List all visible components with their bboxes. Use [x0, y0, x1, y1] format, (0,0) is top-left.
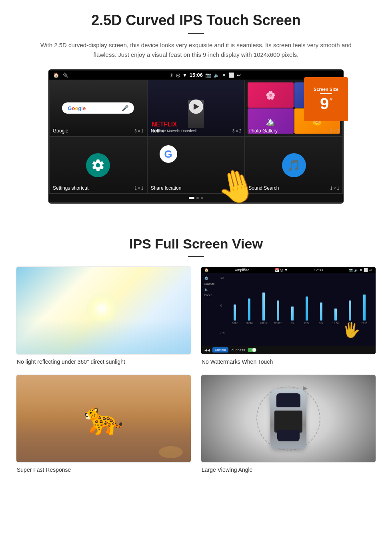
sound-icon-circle: 🎵 — [282, 153, 306, 177]
camera-icon: 📷 — [205, 72, 211, 78]
amp-equalizer: 60hz 100hz 200hz 500hz 1k 2.5k 10k 12.5k… — [227, 277, 372, 325]
dot-1 — [189, 197, 194, 199]
car-top-view — [270, 389, 306, 449]
feature-grid: No light reflecting under 360° direct su… — [16, 266, 376, 473]
feature-fast-response: 🐆 Super Fast Response — [16, 375, 191, 473]
google-label: Google 3 × 1 — [50, 126, 147, 136]
sunlight-image — [16, 267, 191, 354]
section1-title: 2.5D Curved IPS Touch Screen — [16, 12, 376, 29]
feature-viewing-angle: ▶ Large Viewing Angle — [201, 375, 376, 473]
cheetah-image: 🐆 — [16, 375, 191, 462]
section1-title-underline — [188, 33, 204, 34]
amp-right-icons: 📷 🔈 ✕ ⬜ ↩ — [349, 268, 372, 272]
app-settings[interactable]: Settings shortcut 1 × 1 — [49, 137, 147, 194]
amp-body: ⚙️ Balance 🔈 Fader 10 0 -10 — [201, 273, 376, 346]
x-icon: ✕ — [222, 72, 226, 78]
home-icon: 🏠 — [53, 72, 59, 78]
gallery-thumb-1: 🌸 — [248, 82, 293, 108]
location-icon: ◎ — [176, 72, 180, 78]
section-ips: IPS Full Screen View No light reflecting… — [0, 228, 392, 485]
amp-title: Amplifier — [235, 268, 249, 272]
mic-icon: 🎤 — [122, 105, 128, 111]
badge-title: Screen Size — [314, 87, 338, 92]
feature-sunlight: No light reflecting under 360° direct su… — [16, 266, 191, 365]
window-icon: ⬜ — [228, 72, 234, 78]
amp-home-icon: 🏠 — [204, 268, 209, 272]
section-divider — [16, 220, 376, 220]
status-time: 15:06 — [190, 72, 203, 78]
amp-time: 17:33 — [314, 268, 323, 272]
amp-back-btn: ◀◀ — [204, 348, 210, 352]
amp-sidebar: ⚙️ Balance 🔈 Fader — [204, 277, 220, 343]
badge-unit: " — [329, 97, 332, 106]
car-image: ▶ — [201, 375, 376, 462]
google-search-box[interactable]: Google 🎤 — [62, 102, 134, 114]
custom-badge: Custom — [212, 347, 228, 353]
settings-icon-circle — [86, 153, 110, 177]
car-rear-window — [277, 430, 300, 441]
amp-footer: ◀◀ Custom loudness — [201, 346, 376, 354]
loudness-toggle[interactable] — [248, 348, 256, 352]
dot-2 — [196, 197, 199, 199]
feature-watermark: 🏠 Amplifier 📅 ◎ ▼ 17:33 📷 🔈 ✕ ⬜ ↩ ⚙️ Bal… — [201, 266, 376, 365]
loudness-label: loudness — [231, 348, 245, 352]
gallery-label: Photo Gallery 2 × 2 — [245, 126, 342, 136]
usb-icon: 🔌 — [62, 72, 68, 78]
sound-label: Sound Search 1 × 1 — [245, 184, 342, 193]
sunlight-image-box — [16, 266, 191, 355]
watermark-caption: No Watermarks When Touch — [201, 359, 376, 365]
cheetah-icon: 🐆 — [84, 400, 124, 437]
sunlight-overlay — [16, 319, 191, 354]
section2-title-underline — [188, 256, 204, 257]
google-logo: Google — [68, 105, 86, 111]
viewing-angle-caption: Large Viewing Angle — [201, 467, 376, 473]
dust-cloud — [159, 446, 183, 458]
section-curved: 2.5D Curved IPS Touch Screen With 2.5D c… — [0, 0, 392, 212]
amp-statusbar: 🏠 Amplifier 📅 ◎ ▼ 17:33 📷 🔈 ✕ ⬜ ↩ — [201, 267, 376, 273]
amplifier-image-box: 🏠 Amplifier 📅 ◎ ▼ 17:33 📷 🔈 ✕ ⬜ ↩ ⚙️ Bal… — [201, 266, 376, 355]
screen-size-badge: Screen Size 9 " — [304, 77, 348, 121]
bluetooth-icon: ✳ — [170, 72, 174, 78]
app-sound-search[interactable]: 🎵 Sound Search 1 × 1 — [245, 137, 343, 194]
netflix-label: Netflix 3 × 2 — [148, 126, 245, 136]
amplifier-image: 🏠 Amplifier 📅 ◎ ▼ 17:33 📷 🔈 ✕ ⬜ ↩ ⚙️ Bal… — [201, 267, 376, 354]
badge-number: 9 — [320, 96, 329, 112]
fast-response-caption: Super Fast Response — [16, 467, 191, 473]
car-image-box: ▶ — [201, 375, 376, 463]
app-netflix[interactable]: NETFLIX Continue Marvel's Daredevil Netf… — [147, 80, 245, 136]
pagination-dots — [49, 194, 343, 202]
amp-icons: 📅 ◎ ▼ — [275, 268, 288, 272]
cheetah-image-box: 🐆 — [16, 375, 191, 463]
section2-title: IPS Full Screen View — [16, 236, 376, 252]
sunlight-caption: No light reflecting under 360° direct su… — [16, 359, 191, 365]
wifi-icon: ▼ — [182, 72, 187, 78]
statusbar: 🏠 🔌 ✳ ◎ ▼ 15:06 📷 🔈 ✕ ⬜ ↩ — [49, 70, 343, 80]
device-screen: 🏠 🔌 ✳ ◎ ▼ 15:06 📷 🔈 ✕ ⬜ ↩ — [48, 69, 344, 204]
section1-description: With 2.5D curved-display screen, this de… — [40, 40, 352, 60]
car-roof — [274, 411, 302, 433]
device-mockup: 🏠 🔌 ✳ ◎ ▼ 15:06 📷 🔈 ✕ ⬜ ↩ — [48, 69, 344, 204]
car-windshield — [276, 393, 300, 407]
app-share-location[interactable]: G 🤚 Share location 1 × 1 — [147, 137, 245, 194]
volume-icon: 🔈 — [214, 72, 220, 78]
dot-3 — [201, 197, 203, 199]
back-icon: ↩ — [237, 72, 241, 78]
statusbar-center: ✳ ◎ ▼ 15:06 📷 🔈 ✕ ⬜ ↩ — [170, 72, 241, 78]
google-g-icon: G — [160, 145, 177, 163]
settings-label: Settings shortcut 1 × 1 — [50, 184, 147, 193]
badge-divider — [320, 93, 332, 94]
gear-icon — [91, 158, 105, 172]
app-google[interactable]: Google 🎤 Google 3 × 1 — [49, 80, 147, 136]
statusbar-left: 🏠 🔌 — [53, 72, 68, 78]
hand-touch-icon: 🖐 — [342, 322, 360, 339]
